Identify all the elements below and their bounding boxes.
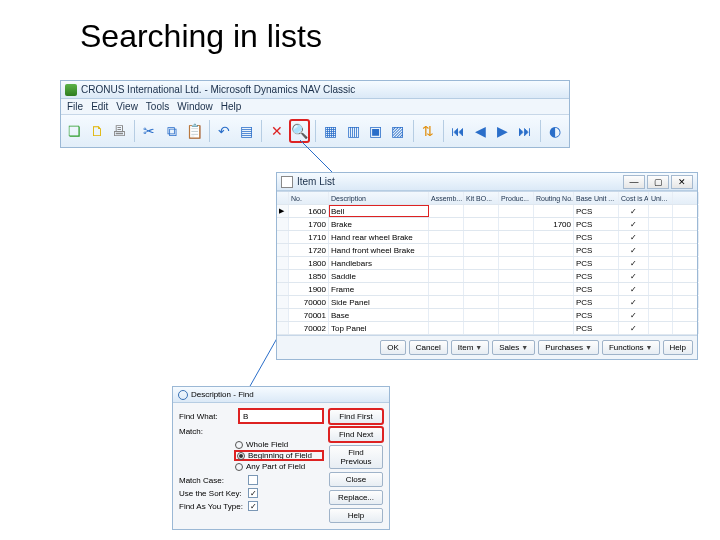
- match-radio-whole[interactable]: Whole Field: [235, 440, 323, 449]
- col-uni[interactable]: Uni...: [649, 192, 673, 204]
- table-row[interactable]: 1900FramePCS✓: [277, 283, 697, 296]
- col-no[interactable]: No.: [289, 192, 329, 204]
- col-produc[interactable]: Produc...: [499, 192, 534, 204]
- menu-help[interactable]: Help: [221, 101, 242, 112]
- find-title-text: Description - Find: [191, 390, 254, 399]
- find-next-button[interactable]: Find Next: [329, 427, 383, 442]
- copy-icon[interactable]: ⧉: [162, 119, 181, 143]
- next-icon[interactable]: ▶: [493, 119, 512, 143]
- item-list-window: Item List — ▢ ✕ No. Description Assemb..…: [276, 172, 698, 360]
- find-close-button[interactable]: Close: [329, 472, 383, 487]
- filter-icon[interactable]: ▤: [237, 119, 256, 143]
- find-icon[interactable]: 🔍: [289, 119, 310, 143]
- match-radio-group: Whole FieldBeginning of FieldAny Part of…: [179, 440, 323, 471]
- table-row[interactable]: 1850SaddlePCS✓: [277, 270, 697, 283]
- print-preview-icon[interactable]: 🗋: [87, 119, 106, 143]
- table-row[interactable]: 1700Brake1700PCS✓: [277, 218, 697, 231]
- card-icon[interactable]: ▥: [344, 119, 363, 143]
- table-row[interactable]: 70000Side PanelPCS✓: [277, 296, 697, 309]
- undo-icon[interactable]: ↶: [215, 119, 234, 143]
- ok-button[interactable]: OK: [380, 340, 406, 355]
- help-icon[interactable]: ◐: [546, 119, 565, 143]
- find-replace-button[interactable]: Replace...: [329, 490, 383, 505]
- last-icon[interactable]: ⏭: [516, 119, 535, 143]
- table-row[interactable]: 1800HandlebarsPCS✓: [277, 257, 697, 270]
- col-selector: [277, 192, 289, 204]
- col-scroll: [673, 192, 699, 204]
- col-routing[interactable]: Routing No.: [534, 192, 574, 204]
- find-as-you-type-label: Find As You Type:: [179, 502, 245, 511]
- table-row[interactable]: 1600BellPCS✓: [277, 205, 697, 218]
- find-titlebar: Description - Find: [173, 387, 389, 403]
- menu-edit[interactable]: Edit: [91, 101, 108, 112]
- find-as-you-type-checkbox[interactable]: ✓: [248, 501, 258, 511]
- nav-app-icon: [65, 84, 77, 96]
- print-icon[interactable]: 🖶: [110, 119, 129, 143]
- match-case-label: Match Case:: [179, 476, 245, 485]
- slide-title: Searching in lists: [80, 18, 322, 55]
- find-first-button[interactable]: Find First: [329, 409, 383, 424]
- nav2-icon[interactable]: ▨: [388, 119, 407, 143]
- find-dialog: Description - Find Find What: B Match: W…: [172, 386, 390, 530]
- col-costadj[interactable]: Cost is Ad...: [619, 192, 649, 204]
- match-case-checkbox[interactable]: [248, 475, 258, 485]
- find-what-label: Find What:: [179, 412, 235, 421]
- item-grid: No. Description Assemb... Kit BO... Prod…: [277, 191, 697, 335]
- purchases-button[interactable]: Purchases▼: [538, 340, 599, 355]
- item-list-button-bar: OK Cancel Item▼ Sales▼ Purchases▼ Functi…: [277, 335, 697, 359]
- item-list-title: Item List: [297, 176, 335, 187]
- match-label: Match:: [179, 427, 235, 436]
- menu-file[interactable]: File: [67, 101, 83, 112]
- paste-icon[interactable]: 📋: [185, 119, 204, 143]
- grid-header-row: No. Description Assemb... Kit BO... Prod…: [277, 192, 697, 205]
- menu-window[interactable]: Window: [177, 101, 213, 112]
- menu-tools[interactable]: Tools: [146, 101, 169, 112]
- use-sort-checkbox[interactable]: ✓: [248, 488, 258, 498]
- maximize-button[interactable]: ▢: [647, 175, 669, 189]
- app-titlebar: CRONUS International Ltd. - Microsoft Dy…: [61, 81, 569, 99]
- menu-bar: File Edit View Tools Window Help: [61, 99, 569, 115]
- find-previous-button[interactable]: Find Previous: [329, 445, 383, 469]
- table-row[interactable]: 70001BasePCS✓: [277, 309, 697, 322]
- table-row[interactable]: 1720Hand front wheel BrakePCS✓: [277, 244, 697, 257]
- first-icon[interactable]: ⏮: [449, 119, 468, 143]
- links-icon[interactable]: ⇅: [418, 119, 437, 143]
- col-kit[interactable]: Kit BO...: [464, 192, 499, 204]
- app-window-top: CRONUS International Ltd. - Microsoft Dy…: [60, 80, 570, 148]
- use-sort-label: Use the Sort Key:: [179, 489, 245, 498]
- find-help-button[interactable]: Help: [329, 508, 383, 523]
- table-row[interactable]: 1710Hand rear wheel BrakePCS✓: [277, 231, 697, 244]
- col-baseunit[interactable]: Base Unit ...: [574, 192, 619, 204]
- minimize-button[interactable]: —: [623, 175, 645, 189]
- new-icon[interactable]: ❏: [65, 119, 84, 143]
- cancel-button[interactable]: Cancel: [409, 340, 448, 355]
- functions-button[interactable]: Functions▼: [602, 340, 660, 355]
- toolbar: ❏🗋🖶✂⧉📋↶▤✕🔍▦▥▣▨⇅⏮◀▶⏭◐: [61, 115, 569, 147]
- help-button[interactable]: Help: [663, 340, 693, 355]
- nav1-icon[interactable]: ▣: [366, 119, 385, 143]
- table-row[interactable]: 70002Top PanelPCS✓: [277, 322, 697, 335]
- cut-icon[interactable]: ✂: [140, 119, 159, 143]
- close-button[interactable]: ✕: [671, 175, 693, 189]
- list-icon[interactable]: ▦: [321, 119, 340, 143]
- list-window-icon: [281, 176, 293, 188]
- col-assembly[interactable]: Assemb...: [429, 192, 464, 204]
- prev-icon[interactable]: ◀: [471, 119, 490, 143]
- find-what-input[interactable]: B: [239, 409, 323, 423]
- delete-icon[interactable]: ✕: [267, 119, 286, 143]
- col-description[interactable]: Description: [329, 192, 429, 204]
- match-radio-begin[interactable]: Beginning of Field: [235, 451, 323, 460]
- item-button[interactable]: Item▼: [451, 340, 490, 355]
- app-title: CRONUS International Ltd. - Microsoft Dy…: [81, 84, 355, 95]
- menu-view[interactable]: View: [116, 101, 138, 112]
- match-radio-any[interactable]: Any Part of Field: [235, 462, 323, 471]
- find-title-icon: [178, 390, 188, 400]
- item-list-titlebar: Item List — ▢ ✕: [277, 173, 697, 191]
- sales-button[interactable]: Sales▼: [492, 340, 535, 355]
